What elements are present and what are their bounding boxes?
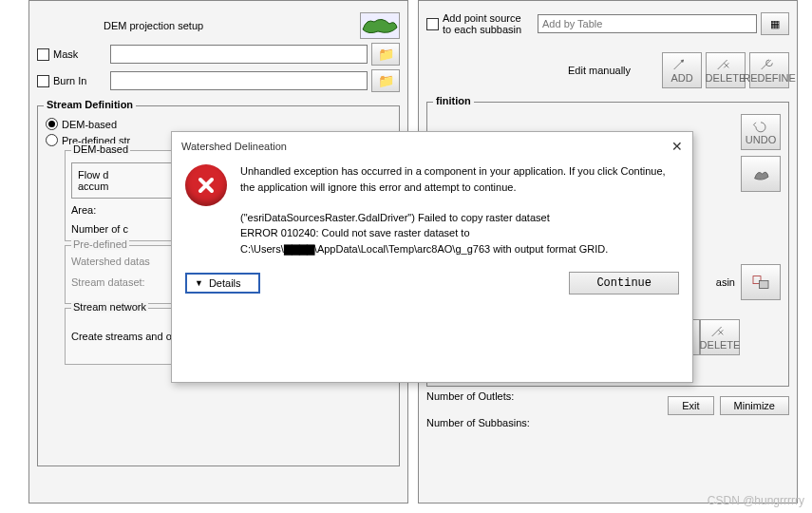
predefined-sub-title: Pre-defined — [71, 238, 129, 250]
mask-input[interactable] — [110, 45, 368, 64]
edit-manually-label: Edit manually — [568, 65, 658, 76]
dialog-title: Watershed Delineation — [181, 141, 287, 152]
undo-button[interactable]: UNDO — [741, 114, 781, 150]
burnin-checkbox[interactable] — [37, 75, 49, 87]
add-pointsource-checkbox[interactable] — [426, 18, 439, 30]
burnin-input[interactable] — [110, 71, 368, 90]
dialog-message: Unhandled exception has occurred in a co… — [240, 164, 679, 258]
dem-projection-label: DEM projection setup — [104, 20, 203, 31]
mask-label: Mask — [53, 48, 110, 60]
dem-projection-button[interactable] — [360, 12, 400, 39]
edit-add-button[interactable]: ADD — [662, 52, 702, 88]
table-icon: ▦ — [770, 18, 780, 30]
error-icon — [185, 164, 227, 206]
num-subbasins-label: Number of Subbasins: — [426, 417, 530, 428]
chevron-down-icon: ▼ — [195, 278, 203, 288]
finition-title: finition — [433, 95, 474, 106]
details-button[interactable]: ▼ Details — [185, 273, 260, 294]
error-dialog: Watershed Delineation ✕ Unhandled except… — [171, 131, 693, 383]
edit-delete-button[interactable]: DELETE — [706, 52, 746, 88]
svg-rect-1 — [759, 280, 768, 288]
watershed-button[interactable] — [741, 156, 781, 192]
stream-definition-title: Stream Definition — [44, 99, 136, 110]
predefined-radio[interactable] — [46, 134, 58, 146]
edit-redefine-button[interactable]: REDEFINE — [749, 52, 789, 88]
continue-button[interactable]: Continue — [569, 272, 679, 294]
minimize-button[interactable]: Minimize — [720, 396, 789, 415]
burnin-folder-button[interactable] — [371, 69, 400, 92]
stream-dataset-label: Stream dataset: — [71, 276, 176, 288]
burnin-label: Burn In — [53, 75, 110, 86]
add-by-table-button[interactable]: ▦ — [761, 12, 789, 35]
flow-accum-label: Flow d accum — [78, 169, 108, 192]
watermark: CSDN @hungrrrrry — [708, 494, 804, 507]
folder-icon — [378, 73, 394, 88]
add-by-table-input[interactable] — [538, 14, 757, 33]
asin-button[interactable] — [741, 264, 781, 300]
mask-folder-button[interactable] — [371, 43, 400, 66]
add-pointsource-label: Add point source to each subbasin — [443, 12, 538, 35]
reservoir-delete-button[interactable]: DELETE — [700, 319, 740, 355]
exit-button[interactable]: Exit — [668, 396, 713, 415]
num-outlets-label: Number of Outlets: — [426, 390, 514, 415]
watershed-dataset-label: Watershed datas — [71, 256, 176, 267]
mask-checkbox[interactable] — [37, 48, 49, 61]
dem-based-label: DEM-based — [62, 119, 117, 130]
dem-based-radio[interactable] — [46, 118, 58, 130]
close-icon[interactable]: ✕ — [671, 139, 683, 154]
stream-network-title: Stream network — [71, 301, 148, 313]
dem-sub-title: DEM-based — [71, 143, 130, 155]
asin-label: asin — [716, 276, 735, 288]
folder-icon — [378, 47, 394, 62]
